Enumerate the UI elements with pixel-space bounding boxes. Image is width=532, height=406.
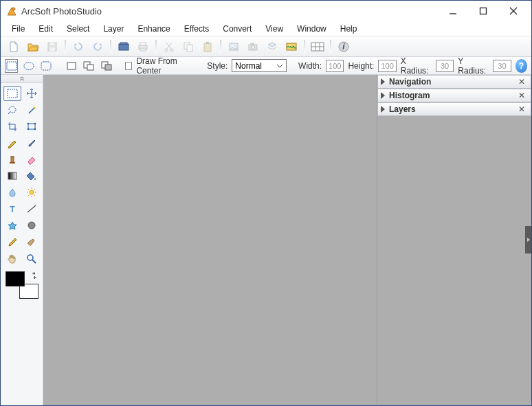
grid-toggle-icon[interactable] (309, 38, 326, 55)
height-input[interactable]: 100 (378, 60, 396, 72)
tool-blur[interactable] (3, 185, 21, 200)
tool-move[interactable] (23, 86, 41, 101)
tool-line[interactable] (23, 201, 41, 216)
menu-layer[interactable]: Layer (96, 23, 131, 35)
menu-file[interactable]: File (5, 23, 32, 35)
xradius-input[interactable]: 30 (436, 60, 454, 72)
panel-layers[interactable]: Layers ✕ (377, 102, 531, 116)
tool-crop[interactable] (3, 119, 21, 134)
close-button[interactable] (498, 1, 529, 21)
tool-redeye[interactable] (3, 218, 21, 233)
save-icon[interactable] (43, 38, 61, 55)
redo-icon[interactable] (89, 38, 107, 55)
svg-line-55 (28, 195, 30, 196)
svg-point-59 (27, 255, 33, 260)
print-icon[interactable] (134, 38, 152, 55)
tool-transform[interactable] (23, 119, 41, 134)
open-file-icon[interactable] (24, 38, 42, 55)
draw-from-center-checkbox[interactable] (125, 62, 133, 70)
svg-rect-11 (140, 43, 146, 45)
toolbar-separator (330, 40, 331, 54)
svg-line-53 (34, 195, 35, 196)
selmode-add-icon[interactable] (82, 59, 96, 73)
minimize-button[interactable] (438, 1, 468, 21)
paste-icon[interactable] (199, 38, 217, 55)
layers-icon[interactable] (263, 38, 281, 55)
help-button[interactable]: ? (516, 59, 527, 73)
selmode-subtract-icon[interactable] (100, 59, 113, 73)
app-logo-icon (6, 5, 17, 16)
style-label: Style: (207, 61, 228, 71)
tool-zoom[interactable] (23, 251, 41, 266)
tool-clone-stamp[interactable] (3, 152, 21, 167)
tool-dodge[interactable] (23, 185, 41, 200)
title-bar: ArcSoft PhotoStudio (1, 1, 531, 21)
menu-effects[interactable]: Effects (177, 23, 216, 35)
menu-select[interactable]: Select (60, 23, 96, 35)
svg-point-20 (232, 45, 234, 47)
acquire-icon[interactable] (115, 38, 133, 55)
undo-icon[interactable] (69, 38, 87, 55)
svg-point-0 (12, 8, 15, 10)
svg-text:T: T (10, 205, 15, 214)
panel-close-icon[interactable]: ✕ (516, 104, 528, 114)
cut-icon[interactable] (160, 38, 178, 55)
draw-from-center-label: Draw From Center (136, 56, 195, 76)
tool-gradient[interactable] (3, 168, 21, 183)
tool-hand[interactable] (3, 251, 21, 266)
image-icon[interactable] (225, 38, 243, 55)
copy-icon[interactable] (179, 38, 197, 55)
yradius-label: Y Radius: (458, 56, 489, 76)
style-select[interactable]: Normal (232, 59, 287, 72)
panel-layers-title: Layers (389, 104, 511, 114)
canvas-workspace[interactable] (43, 75, 377, 405)
tool-eraser[interactable] (23, 152, 41, 167)
menu-window[interactable]: Window (290, 23, 333, 35)
menu-enhance[interactable]: Enhance (131, 23, 177, 35)
expand-triangle-icon (381, 78, 385, 85)
toolbar-separator (155, 40, 157, 54)
tool-lasso[interactable] (3, 102, 21, 117)
expand-triangle-icon (381, 92, 385, 99)
gallery-icon[interactable] (282, 38, 300, 55)
svg-rect-12 (140, 49, 146, 51)
foreground-color-swatch[interactable] (5, 271, 25, 286)
tool-text[interactable]: T (3, 201, 21, 216)
color-swatches[interactable] (5, 271, 38, 299)
menu-edit[interactable]: Edit (32, 23, 60, 35)
tool-brush[interactable] (23, 135, 41, 150)
svg-rect-40 (8, 89, 17, 98)
swap-colors-icon[interactable] (31, 272, 38, 279)
tool-eyedropper[interactable] (3, 234, 21, 249)
panel-histogram-title: Histogram (389, 91, 511, 100)
tool-shape[interactable] (23, 218, 41, 233)
maximize-button[interactable] (468, 1, 498, 21)
shape-rect-icon[interactable] (5, 59, 18, 73)
menu-bar: File Edit Select Layer Enhance Effects C… (1, 21, 531, 36)
info-icon[interactable]: i (335, 38, 353, 55)
tool-pencil[interactable] (3, 135, 21, 150)
shape-ellipse-icon[interactable] (22, 59, 35, 73)
selmode-new-icon[interactable] (65, 59, 78, 73)
camera-icon[interactable] (244, 38, 262, 55)
panel-histogram[interactable]: Histogram ✕ (377, 89, 531, 102)
new-file-icon[interactable] (5, 38, 23, 55)
panel-close-icon[interactable]: ✕ (516, 91, 528, 100)
main-toolbar: i (1, 36, 531, 57)
menu-view[interactable]: View (258, 23, 290, 35)
yradius-input[interactable]: 30 (493, 60, 511, 72)
tool-bucket-fill[interactable] (23, 168, 41, 183)
shape-roundrect-icon[interactable] (40, 59, 53, 73)
panels-collapse-handle[interactable] (525, 226, 531, 253)
panel-navigation[interactable]: Navigation ✕ (377, 75, 531, 89)
menu-help[interactable]: Help (333, 23, 364, 35)
menu-convert[interactable]: Convert (216, 23, 258, 35)
panel-close-icon[interactable]: ✕ (516, 77, 528, 87)
svg-line-60 (32, 260, 36, 263)
tool-marquee-select[interactable] (3, 86, 21, 101)
width-input[interactable]: 100 (326, 60, 344, 72)
tool-magic-wand[interactable] (23, 102, 41, 117)
tool-smudge[interactable] (23, 234, 41, 249)
svg-rect-7 (49, 47, 55, 51)
toolbox-collapse-handle[interactable] (1, 75, 43, 83)
